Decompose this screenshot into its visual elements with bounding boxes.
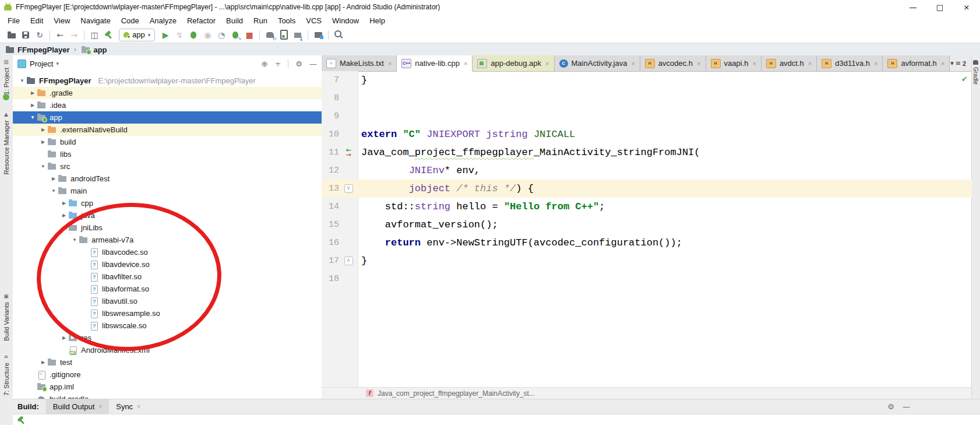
tree-item-main[interactable]: ▼main xyxy=(13,185,322,197)
close-button[interactable]: × xyxy=(953,3,980,12)
tree-item-libswscale-so[interactable]: ?libswscale.so xyxy=(13,319,322,332)
tab-native-lib-cpp[interactable]: C++native-lib.cpp× xyxy=(397,55,473,72)
tree-item-app[interactable]: ▼app xyxy=(13,111,322,124)
menu-tools[interactable]: Tools xyxy=(273,16,301,25)
apply-changes-icon[interactable]: ↯ xyxy=(172,29,186,41)
settings-gear-icon[interactable]: ⚙ xyxy=(295,59,302,68)
tree-item-externalnativebuild[interactable]: ▶.externalNativeBuild xyxy=(13,124,322,136)
tree-arrow-icon[interactable]: ▶ xyxy=(61,213,68,218)
close-icon[interactable]: × xyxy=(545,60,549,67)
debug-button[interactable] xyxy=(186,29,200,41)
code-line-12[interactable]: 12 JNIEnv* env, xyxy=(322,161,972,180)
jni-nav-icon[interactable]: ←→ xyxy=(346,148,351,157)
search-everywhere-icon[interactable] xyxy=(332,29,346,41)
close-icon[interactable]: × xyxy=(631,60,634,67)
open-file-icon[interactable] xyxy=(5,29,19,41)
menu-window[interactable]: Window xyxy=(327,16,364,25)
close-icon[interactable]: × xyxy=(137,403,140,410)
tree-arrow-icon[interactable]: ▶ xyxy=(29,90,36,96)
build-settings-gear-icon[interactable]: ⚙ xyxy=(887,402,894,411)
code-area[interactable]: 7}8910extern "C" JNIEXPORT jstring JNICA… xyxy=(322,71,972,388)
tree-arrow-icon[interactable]: ▶ xyxy=(50,176,57,181)
profiler-icon[interactable]: ◔ xyxy=(214,29,228,41)
tab-d3d11va-h[interactable]: Hd3d11va.h× xyxy=(817,55,883,71)
tree-item-libavdevice-so[interactable]: ?libavdevice.so xyxy=(13,258,322,271)
close-icon[interactable]: × xyxy=(464,60,467,67)
build-hammer-icon[interactable] xyxy=(101,29,115,41)
collapse-all-icon[interactable]: ÷ xyxy=(274,59,281,68)
tree-item-gitignore[interactable]: ≡.gitignore xyxy=(13,368,322,381)
menu-code[interactable]: Code xyxy=(116,16,144,25)
tree-item-res[interactable]: ▶≣res xyxy=(13,332,322,344)
tree-item-libavcodec-so[interactable]: ?libavcodec.so xyxy=(13,246,322,258)
tool-button-resource-manager[interactable]: ▲Resource Manager xyxy=(0,111,12,175)
fold-close-marker[interactable]: ∧ xyxy=(339,257,358,265)
code-line-16[interactable]: 16 return env->NewStringUTF(avcodec_conf… xyxy=(322,234,972,252)
breadcrumb-item-app[interactable]: app xyxy=(80,45,107,54)
close-icon[interactable]: × xyxy=(697,60,700,67)
code-line-18[interactable]: 18 xyxy=(322,270,972,288)
tab-avcodec-h[interactable]: Havcodec.h× xyxy=(640,55,706,71)
maximize-button[interactable]: □ xyxy=(926,3,953,12)
menu-help[interactable]: Help xyxy=(364,16,390,25)
tree-arrow-icon[interactable]: ▼ xyxy=(71,237,78,243)
tree-item-libavformat-so[interactable]: ?libavformat.so xyxy=(13,283,322,295)
tree-arrow-icon[interactable]: ▼ xyxy=(50,188,57,194)
tool-button-project[interactable]: ▥1: Project xyxy=(0,59,12,94)
tree-item-build[interactable]: ▶build xyxy=(13,136,322,148)
tree-arrow-icon[interactable]: ▶ xyxy=(40,127,47,132)
menu-vcs[interactable]: VCS xyxy=(301,16,327,25)
tool-button-build-variants[interactable]: ▣Build Variants xyxy=(0,293,12,341)
tree-arrow-icon[interactable]: ▶ xyxy=(61,201,68,206)
tool-button-gradle[interactable]: Gradle xyxy=(972,60,979,85)
tree-item-idea[interactable]: ▶.idea xyxy=(13,99,322,111)
hidden-tabs-dropdown[interactable]: ▾≡2 xyxy=(950,55,972,71)
run-configuration-select[interactable]: app▾ xyxy=(119,29,155,41)
close-icon[interactable]: × xyxy=(808,60,812,67)
code-line-14[interactable]: 14 std::string hello = "Hello from C++"; xyxy=(322,198,972,216)
menu-analyze[interactable]: Analyze xyxy=(144,16,182,25)
tree-arrow-icon[interactable]: ▼ xyxy=(40,164,47,169)
gradle-sync-icon[interactable] xyxy=(263,29,277,41)
tree-arrow-icon[interactable]: ▶ xyxy=(61,335,68,340)
fold-open-marker[interactable]: ∨ xyxy=(339,184,358,193)
save-all-icon[interactable] xyxy=(19,29,33,41)
code-line-17[interactable]: 17∧} xyxy=(322,252,972,270)
tree-item-armeabi-v7a[interactable]: ▼armeabi-v7a xyxy=(13,234,322,246)
back-icon[interactable]: ← xyxy=(53,29,67,41)
close-icon[interactable]: × xyxy=(752,60,756,67)
tree-item-libavfilter-so[interactable]: ?libavfilter.so xyxy=(13,271,322,283)
tab-app-debug-apk[interactable]: app-debug.apk× xyxy=(473,55,554,71)
close-icon[interactable]: × xyxy=(941,60,944,67)
sync-icon[interactable]: ↻ xyxy=(33,29,47,41)
tab-avformat-h[interactable]: Havformat.h× xyxy=(883,55,950,71)
chevron-down-icon[interactable]: ▾ xyxy=(56,61,59,66)
run-button[interactable]: ▶ xyxy=(158,29,172,41)
menu-refactor[interactable]: Refactor xyxy=(182,16,221,25)
fold-close-icon[interactable]: ∧ xyxy=(344,257,353,265)
tree-arrow-icon[interactable]: ▶ xyxy=(40,139,47,145)
tree-item-src[interactable]: ▼src xyxy=(13,160,322,173)
code-line-10[interactable]: 10extern "C" JNIEXPORT jstring JNICALL xyxy=(322,125,972,143)
project-panel-title[interactable]: Project xyxy=(30,59,53,68)
tree-item-androidmanifest-xml[interactable]: MFAndroidManifest.xml xyxy=(13,344,322,356)
code-line-15[interactable]: 15 avformat_version(); xyxy=(322,216,972,234)
tree-arrow-icon[interactable]: ▼ xyxy=(61,225,68,230)
build-tab-build-output[interactable]: Build Output× xyxy=(46,399,109,414)
coverage-icon[interactable]: ◉ xyxy=(200,29,214,41)
tree-item-cpp[interactable]: ▶cpp xyxy=(13,197,322,209)
context-function-name[interactable]: Java_com_project_ffmpegplayer_MainActivi… xyxy=(378,389,535,398)
menu-view[interactable]: View xyxy=(48,16,75,25)
tab-mainactivity-java[interactable]: CMainActivity.java× xyxy=(555,55,640,71)
menu-run[interactable]: Run xyxy=(248,16,273,25)
locate-file-icon[interactable]: ⊕ xyxy=(262,59,268,68)
tool-button-structure[interactable]: ≡7: Structure xyxy=(0,354,12,396)
hide-panel-icon[interactable]: — xyxy=(309,59,317,68)
tree-item-ffmpegplayer[interactable]: ▼FFmpegPlayerE:\projectdown\wlplayer-mas… xyxy=(13,75,322,87)
menu-navigate[interactable]: Navigate xyxy=(75,16,115,25)
tree-item-libs[interactable]: libs xyxy=(13,148,322,160)
code-line-11[interactable]: 11←→Java_com_project_ffmpegplayer_MainAc… xyxy=(322,143,972,161)
menu-file[interactable]: File xyxy=(2,16,25,25)
tree-arrow-icon[interactable]: ▼ xyxy=(29,115,36,120)
breadcrumb-item-ffmpegplayer[interactable]: FFmpegPlayer xyxy=(5,45,70,54)
